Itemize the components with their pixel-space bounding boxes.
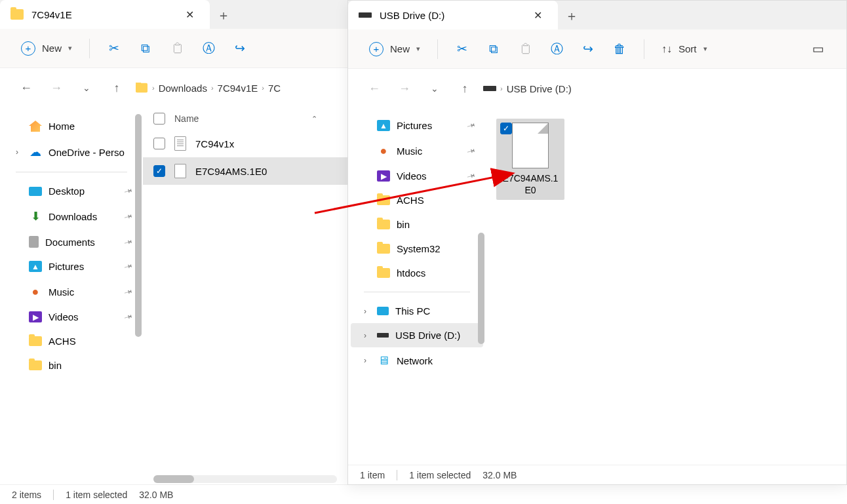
pin-icon[interactable]: 📌︎: [122, 260, 134, 273]
sidebar-item[interactable]: ●Music📌︎: [351, 138, 483, 164]
scrollbar-horizontal[interactable]: [153, 475, 337, 483]
sidebar-item-documents[interactable]: Documents📌︎: [3, 229, 140, 254]
breadcrumb[interactable]: › Downloads › 7C94v1E › 7C: [135, 83, 333, 94]
sidebar-item-folder[interactable]: ACHS: [351, 188, 483, 212]
file-row[interactable]: ✓ E7C94AMS.1E0: [143, 157, 347, 185]
sort-button[interactable]: ↑↓ Sort ▾: [655, 39, 714, 59]
column-header[interactable]: Name ⌃: [143, 107, 347, 130]
pin-icon[interactable]: 📌︎: [465, 170, 477, 182]
file-icon: [512, 123, 549, 168]
sidebar-tree-item[interactable]: ›This PC: [351, 299, 483, 323]
breadcrumb[interactable]: › USB Drive (D:): [483, 83, 832, 94]
music-icon: ●: [29, 285, 42, 298]
share-icon[interactable]: ↪: [226, 35, 254, 62]
sidebar-item-folder[interactable]: bin: [3, 353, 140, 378]
new-button[interactable]: + New ▾: [14, 37, 79, 60]
select-all-checkbox[interactable]: [153, 113, 165, 125]
new-tab-button[interactable]: ＋: [558, 2, 585, 29]
new-tab-button[interactable]: ＋: [210, 1, 237, 29]
history-dropdown[interactable]: ⌄: [423, 77, 446, 100]
scrollbar[interactable]: [135, 114, 142, 337]
pin-icon[interactable]: 📌︎: [122, 285, 134, 298]
copy-icon[interactable]: ⧉: [480, 36, 507, 62]
pin-icon[interactable]: 📌︎: [122, 235, 134, 248]
sidebar-item-music[interactable]: ●Music📌︎: [3, 279, 140, 305]
tab-active[interactable]: 7C94v1E ✕: [0, 0, 210, 29]
close-icon[interactable]: ✕: [180, 5, 199, 24]
sidebar-item-folder[interactable]: System32: [351, 237, 483, 261]
pin-icon[interactable]: 📌︎: [122, 311, 134, 323]
up-button[interactable]: ↑: [105, 76, 128, 100]
copy-icon[interactable]: ⧉: [132, 35, 159, 62]
music-icon: ●: [377, 144, 390, 157]
view-icon[interactable]: ▭: [804, 36, 832, 62]
back-button[interactable]: ←: [14, 76, 38, 100]
tab-bar: USB Drive (D:) ✕ ＋: [348, 1, 846, 29]
scrollbar[interactable]: [478, 233, 484, 344]
new-button[interactable]: + New ▾: [363, 38, 427, 60]
file-row[interactable]: 7C94v1x: [143, 130, 347, 157]
rename-icon[interactable]: Ⓐ: [543, 36, 570, 62]
sidebar-item-desktop[interactable]: Desktop📌︎: [3, 179, 140, 203]
forward-button[interactable]: →: [45, 76, 68, 100]
sidebar-item-onedrive[interactable]: › ☁ OneDrive - Perso: [3, 139, 140, 165]
status-selected: 1 item selected: [66, 490, 127, 500]
pin-icon[interactable]: 📌︎: [465, 144, 477, 157]
sidebar-item-downloads[interactable]: ⬇Downloads📌︎: [3, 203, 140, 229]
share-icon[interactable]: ↪: [574, 36, 602, 62]
chevron-right-icon[interactable]: ›: [12, 147, 22, 157]
paste-icon[interactable]: 📋︎: [511, 36, 539, 62]
chevron-right-icon[interactable]: ›: [360, 307, 370, 316]
up-button[interactable]: ↑: [453, 77, 477, 100]
sidebar-tree-item[interactable]: ›USB Drive (D:): [351, 323, 483, 347]
crumb[interactable]: Downloads: [159, 83, 207, 94]
sidebar-item-videos[interactable]: ▶Videos📌︎: [3, 305, 140, 329]
tab-title: USB Drive (D:): [380, 10, 520, 21]
chevron-right-icon[interactable]: ›: [360, 356, 370, 365]
sort-asc-icon[interactable]: ⌃: [311, 115, 337, 123]
tab-active[interactable]: USB Drive (D:) ✕: [348, 1, 558, 29]
status-bar: 2 items 1 item selected 32.0 MB: [0, 484, 347, 504]
cut-icon[interactable]: ✂: [448, 36, 476, 62]
onedrive-icon: ☁: [29, 145, 42, 159]
sort-icon: ↑↓: [661, 43, 672, 55]
delete-icon[interactable]: 🗑︎: [606, 36, 633, 62]
close-icon[interactable]: ✕: [528, 5, 547, 25]
forward-button[interactable]: →: [393, 77, 416, 100]
sidebar-item-home[interactable]: Home: [3, 113, 140, 139]
crumb[interactable]: 7C94v1E: [218, 83, 258, 94]
videos-icon: ▶: [29, 311, 42, 322]
back-button[interactable]: ←: [363, 77, 386, 100]
history-dropdown[interactable]: ⌄: [75, 76, 98, 100]
sidebar-item[interactable]: ▲Pictures📌︎: [351, 113, 483, 138]
sidebar-item[interactable]: ▶Videos📌︎: [351, 164, 483, 188]
item-checkbox[interactable]: ✓: [500, 123, 512, 134]
pin-icon[interactable]: 📌︎: [122, 185, 134, 197]
file-icon: [174, 164, 186, 178]
toolbar: + New ▾ ✂ ⧉ 📋︎ Ⓐ ↪ 🗑︎ ↑↓ Sort ▾ ▭: [348, 29, 846, 69]
rename-icon[interactable]: Ⓐ: [195, 35, 222, 62]
explorer-window-right: USB Drive (D:) ✕ ＋ + New ▾ ✂ ⧉ 📋︎ Ⓐ ↪ 🗑︎…: [347, 0, 847, 485]
sidebar-item-folder[interactable]: bin: [351, 212, 483, 237]
row-checkbox[interactable]: [153, 138, 165, 149]
folder-icon: [377, 195, 390, 205]
status-count: 2 items: [12, 490, 41, 500]
status-size: 32.0 MB: [139, 490, 173, 500]
sidebar-item-folder[interactable]: ACHS: [3, 329, 140, 353]
grid-item[interactable]: ✓ E7C94AMS.1E0: [496, 119, 564, 200]
sidebar-tree-item[interactable]: ›🖥︎Network: [351, 347, 483, 374]
chevron-right-icon[interactable]: ›: [360, 331, 370, 340]
sidebar-item-folder[interactable]: htdocs: [351, 261, 483, 285]
cut-icon[interactable]: ✂: [100, 35, 128, 62]
crumb[interactable]: 7C: [268, 83, 281, 94]
pin-icon[interactable]: 📌︎: [122, 210, 134, 222]
folder-icon: [377, 220, 390, 229]
usb-icon: [377, 333, 389, 338]
sidebar-item-pictures[interactable]: ▲Pictures📌︎: [3, 254, 140, 279]
crumb[interactable]: USB Drive (D:): [507, 83, 572, 94]
pin-icon[interactable]: 📌︎: [465, 119, 477, 132]
paste-icon[interactable]: 📋︎: [163, 35, 191, 62]
row-checkbox[interactable]: ✓: [153, 165, 165, 177]
sidebar: Home › ☁ OneDrive - Perso Desktop📌︎ ⬇Dow…: [0, 107, 143, 484]
pc-icon: [377, 307, 389, 315]
